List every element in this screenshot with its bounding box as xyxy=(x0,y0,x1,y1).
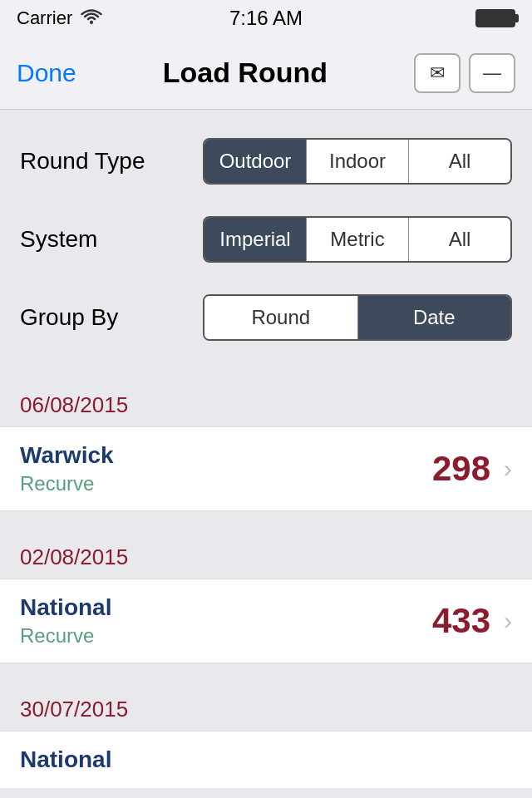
divider-3 xyxy=(0,665,532,682)
round-score-1: 298 xyxy=(432,449,490,489)
status-bar: Carrier 7:16 AM xyxy=(0,0,532,37)
round-info-1: Warwick Recurve xyxy=(20,442,432,495)
nav-actions: ✉ — xyxy=(414,53,515,93)
round-type-1: Recurve xyxy=(20,472,432,495)
divider-1 xyxy=(0,361,532,377)
round-type-outdoor[interactable]: Outdoor xyxy=(204,140,307,183)
group-by-segmented: Round Date xyxy=(203,294,512,341)
date-label-3: 30/07/2015 xyxy=(20,697,128,722)
system-label: System xyxy=(20,226,203,253)
round-name-1: Warwick xyxy=(20,442,432,469)
round-item-1[interactable]: Warwick Recurve 298 › xyxy=(0,426,532,511)
divider-2 xyxy=(0,513,532,530)
email-button[interactable]: ✉ xyxy=(414,53,461,93)
minus-icon: — xyxy=(483,62,501,84)
nav-bar: Done Load Round ✉ — xyxy=(0,37,532,110)
date-header-2: 02/08/2015 xyxy=(0,530,532,579)
done-button[interactable]: Done xyxy=(17,59,76,87)
carrier-label: Carrier xyxy=(17,7,72,29)
date-label-2: 02/08/2015 xyxy=(20,544,128,569)
chevron-icon-2: › xyxy=(504,607,512,635)
system-segmented: Imperial Metric All xyxy=(203,216,512,263)
group-by-date[interactable]: Date xyxy=(358,296,511,339)
round-item-2[interactable]: National Recurve 433 › xyxy=(0,579,532,663)
svg-point-0 xyxy=(90,21,93,24)
system-metric[interactable]: Metric xyxy=(307,218,409,261)
round-type-segmented: Outdoor Indoor All xyxy=(203,138,512,185)
system-imperial[interactable]: Imperial xyxy=(204,218,307,261)
round-name-3: National xyxy=(20,746,512,773)
minus-button[interactable]: — xyxy=(469,53,515,93)
status-time: 7:16 AM xyxy=(229,7,303,30)
round-type-2: Recurve xyxy=(20,624,432,648)
round-type-label: Round Type xyxy=(20,148,203,175)
date-header-3: 30/07/2015 xyxy=(0,682,532,731)
round-item-3[interactable]: National xyxy=(0,731,532,788)
round-type-indoor[interactable]: Indoor xyxy=(307,140,409,183)
wifi-icon xyxy=(81,8,102,29)
group-by-round[interactable]: Round xyxy=(204,296,358,339)
date-header-1: 06/08/2015 xyxy=(0,377,532,426)
round-type-filter: Round Type Outdoor Indoor All xyxy=(0,126,532,196)
system-all[interactable]: All xyxy=(409,218,510,261)
content: Round Type Outdoor Indoor All System Imp… xyxy=(0,110,532,798)
round-name-2: National xyxy=(20,594,432,621)
page-title: Load Round xyxy=(163,57,328,89)
battery-icon xyxy=(475,9,515,27)
round-type-all[interactable]: All xyxy=(409,140,510,183)
group-by-label: Group By xyxy=(20,304,203,331)
group-by-filter: Group By Round Date xyxy=(0,283,532,352)
chevron-icon-1: › xyxy=(504,455,512,483)
system-filter: System Imperial Metric All xyxy=(0,204,532,274)
round-score-2: 433 xyxy=(432,601,490,641)
email-icon: ✉ xyxy=(430,62,445,84)
round-info-2: National Recurve xyxy=(20,594,432,648)
date-label-1: 06/08/2015 xyxy=(20,392,128,417)
